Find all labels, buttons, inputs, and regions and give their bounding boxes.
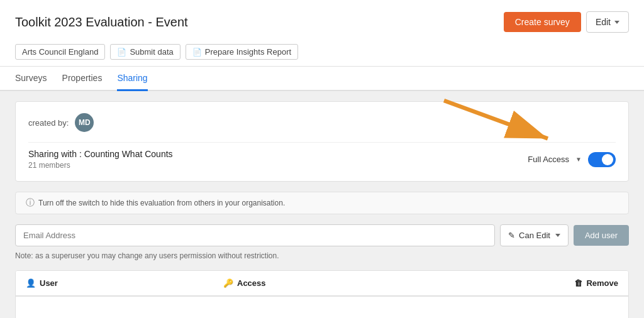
edit-icon: ✎	[508, 231, 515, 240]
submit-data-button[interactable]: 📄 Submit data	[110, 44, 180, 60]
breadcrumb-org-tag[interactable]: Arts Council England	[15, 44, 105, 60]
column-remove: 🗑 Remove	[421, 278, 618, 288]
create-survey-button[interactable]: Create survey	[504, 12, 581, 32]
trash-icon: 🗑	[574, 278, 582, 288]
sharing-with-title: Sharing with : Counting What Counts	[28, 149, 173, 159]
user-icon: 👤	[26, 278, 36, 288]
can-edit-label: Can Edit	[519, 231, 550, 240]
prepare-insights-button[interactable]: 📄 Prepare Insights Report	[186, 44, 298, 60]
chevron-down-icon	[614, 21, 619, 24]
tab-sharing[interactable]: Sharing	[117, 67, 147, 91]
main-content: created by: MD Sharing with : Counting W…	[0, 91, 644, 318]
column-user: 👤 User	[26, 278, 223, 288]
header: Toolkit 2023 Evaluation - Event Create s…	[0, 0, 644, 40]
tabs-bar: Surveys Properties Sharing	[0, 67, 644, 91]
users-table: 👤 User 🔑 Access 🗑 Remove	[15, 270, 629, 318]
created-by-row: created by: MD	[28, 113, 616, 132]
table-header: 👤 User 🔑 Access 🗑 Remove	[16, 271, 628, 297]
document-icon: 📄	[192, 48, 202, 57]
table-body	[16, 297, 628, 318]
chevron-down-icon	[555, 234, 560, 237]
avatar: MD	[75, 113, 94, 132]
page-title: Toolkit 2023 Evaluation - Event	[15, 15, 188, 30]
document-icon: 📄	[117, 48, 126, 57]
add-user-button[interactable]: Add user	[574, 225, 629, 246]
sharing-toggle[interactable]	[588, 152, 616, 167]
info-icon: ⓘ	[26, 197, 35, 209]
add-user-row: ✎ Can Edit Add user	[15, 224, 629, 246]
sharing-with-row: Sharing with : Counting What Counts 21 m…	[28, 142, 616, 170]
can-edit-dropdown[interactable]: ✎ Can Edit	[500, 224, 569, 246]
header-actions: Create survey Edit	[504, 11, 629, 33]
info-message: Turn off the switch to hide this evaluat…	[38, 199, 285, 207]
sharing-control: Full Access ▼	[528, 152, 616, 167]
column-access: 🔑 Access	[223, 278, 421, 288]
sharing-info: Sharing with : Counting What Counts 21 m…	[28, 149, 173, 170]
tab-properties[interactable]: Properties	[62, 67, 103, 91]
edit-button[interactable]: Edit	[586, 11, 629, 33]
breadcrumb-bar: Arts Council England 📄 Submit data 📄 Pre…	[0, 40, 644, 67]
key-icon: 🔑	[223, 278, 233, 288]
members-count: 21 members	[28, 161, 173, 170]
tab-surveys[interactable]: Surveys	[15, 67, 47, 91]
info-bar: ⓘ Turn off the switch to hide this evalu…	[15, 192, 629, 214]
created-by-label: created by:	[28, 118, 69, 128]
note-text: Note: as a superuser you may change any …	[15, 251, 629, 260]
sharing-card: created by: MD Sharing with : Counting W…	[15, 101, 629, 182]
access-dropdown-arrow-icon[interactable]: ▼	[575, 156, 582, 163]
full-access-label: Full Access	[528, 155, 569, 164]
toggle-slider	[588, 152, 616, 167]
email-input[interactable]	[15, 224, 495, 246]
